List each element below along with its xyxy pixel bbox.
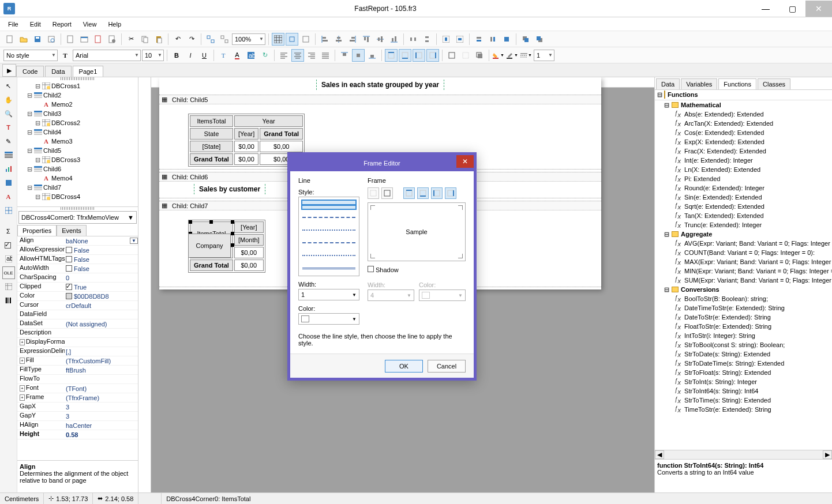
property-row[interactable]: +Fill(TfrxCustomFill) <box>17 356 138 366</box>
property-row[interactable]: FillTypeftBrush <box>17 366 138 375</box>
property-row[interactable]: Description <box>17 329 138 338</box>
paste-button[interactable] <box>152 33 165 46</box>
company-header[interactable]: Company <box>188 234 231 258</box>
ole-tool[interactable]: OLE <box>2 266 15 279</box>
function-category[interactable]: ⊟Aggregate <box>655 230 832 239</box>
frame-shadow-button[interactable] <box>473 49 486 62</box>
property-row[interactable]: GapY3 <box>17 412 138 421</box>
cancel-button[interactable]: Cancel <box>428 360 466 373</box>
style-dot[interactable] <box>301 225 357 235</box>
ungroup-button[interactable] <box>218 33 231 46</box>
frame-right-button[interactable] <box>426 49 439 62</box>
delete-page-button[interactable] <box>92 33 104 46</box>
style-combo[interactable]: No style▼ <box>3 50 58 61</box>
function-item[interactable]: ƒxStrToDateTime(s: String): Extended <box>655 359 832 368</box>
tab-data[interactable]: Data <box>45 66 71 77</box>
property-row[interactable]: HAlignhaCenter <box>17 421 138 430</box>
pointer-tool[interactable]: ↖ <box>2 80 15 92</box>
menu-help[interactable]: Help <box>103 20 126 29</box>
tab-functions[interactable]: Functions <box>718 78 756 89</box>
function-item[interactable]: ƒxAbs(e: Extended): Extended <box>655 110 832 119</box>
same-size-button[interactable] <box>500 33 513 46</box>
maximize-button[interactable]: ▢ <box>779 1 805 17</box>
tab-code[interactable]: Code <box>16 66 44 77</box>
line-color-button[interactable]: ▼ <box>506 49 519 62</box>
tab-variables[interactable]: Variables <box>681 78 717 89</box>
object-combo[interactable]: DBCross4Corner0: TfrxMemoView▼ <box>18 211 137 224</box>
function-item[interactable]: ƒxStrToBool(const S: string): Boolean; <box>655 340 832 349</box>
tree-item[interactable]: ⊟DBCross4 <box>18 192 137 201</box>
function-item[interactable]: ƒxExp(X: Extended): Extended <box>655 137 832 146</box>
title-memo-2[interactable]: Sales by customer <box>194 184 265 194</box>
zoom-tool[interactable]: 🔍 <box>2 107 15 120</box>
bold-button[interactable]: B <box>170 49 183 62</box>
property-row[interactable]: +Frame(TfrxFrame) <box>17 393 138 403</box>
menu-view[interactable]: View <box>78 20 102 29</box>
function-category[interactable]: ⊟Conversions <box>655 285 832 294</box>
property-grid[interactable]: AlignbaNone▼AllowExpressionsFalseAllowHT… <box>17 236 138 460</box>
style-dashdotdot[interactable] <box>301 250 357 261</box>
barcode-tool[interactable] <box>2 294 15 307</box>
function-category[interactable]: ⊟Mathematical <box>655 100 832 110</box>
line-width-combo[interactable]: 1▼ <box>534 50 554 61</box>
page-settings-button[interactable] <box>106 33 118 46</box>
function-item[interactable]: ƒxIntToStr(i: Integer): String <box>655 331 832 340</box>
center-v-button[interactable] <box>454 33 466 46</box>
property-row[interactable]: +Font(TFont) <box>17 384 138 393</box>
space-h-button[interactable] <box>407 33 419 46</box>
text-center-button[interactable] <box>291 49 304 62</box>
function-item[interactable]: ƒxStrToInt(s: String): Integer <box>655 377 832 386</box>
frame-bottom-button[interactable] <box>399 49 411 62</box>
menu-file[interactable]: File <box>3 20 23 29</box>
valign-bottom-button[interactable] <box>366 49 378 62</box>
open-button[interactable] <box>17 33 30 46</box>
property-row[interactable]: ExpressionDelimiters[,] <box>17 347 138 356</box>
same-width-button[interactable] <box>473 33 485 46</box>
property-row[interactable]: CharSpacing0 <box>17 273 138 283</box>
title-memo-1[interactable]: Sales in each state grouped by year <box>316 80 444 90</box>
italic-button[interactable]: I <box>184 49 197 62</box>
bring-front-button[interactable] <box>519 33 532 46</box>
frame-left-button[interactable] <box>413 49 425 62</box>
style-dashdot[interactable] <box>301 238 357 248</box>
align-middle-button[interactable] <box>374 33 387 46</box>
function-item[interactable]: ƒxDateTimeToStr(e: Extended): String <box>655 303 832 313</box>
frame-none-button[interactable] <box>459 49 472 62</box>
redo-button[interactable]: ↷ <box>185 33 198 46</box>
line-color-combo[interactable]: ▼ <box>298 313 359 325</box>
valign-top-button[interactable] <box>338 49 351 62</box>
tree-item[interactable]: ⊟Child3 <box>18 109 137 118</box>
frame-r-btn[interactable] <box>445 187 456 199</box>
text-justify-button[interactable] <box>319 49 332 62</box>
frame-b-btn[interactable] <box>417 187 429 199</box>
text-right-button[interactable] <box>305 49 318 62</box>
hand-tool[interactable]: ✋ <box>2 93 15 106</box>
function-item[interactable]: ƒxFloatToStr(e: Extended): String <box>655 322 832 331</box>
line-style-list[interactable] <box>298 197 359 276</box>
function-item[interactable]: ƒxAVG(Expr: Variant; Band: Variant = 0; … <box>655 239 832 248</box>
function-item[interactable]: ƒxDateToStr(e: Extended): String <box>655 313 832 322</box>
menu-report[interactable]: Report <box>48 20 76 29</box>
ok-button[interactable]: OK <box>385 360 423 373</box>
close-button[interactable]: ✕ <box>805 1 832 17</box>
new-button[interactable] <box>3 33 16 46</box>
function-item[interactable]: ƒxTrunc(e: Extended): Integer <box>655 220 832 230</box>
fit-grid-button[interactable] <box>299 33 312 46</box>
shadow-checkbox[interactable]: Shadow <box>368 266 399 273</box>
underline-button[interactable]: U <box>198 49 211 62</box>
property-row[interactable]: Height0.58 <box>17 430 138 439</box>
text-tool[interactable]: T <box>2 121 15 134</box>
tab-properties[interactable]: Properties <box>17 225 57 236</box>
align-top-button[interactable] <box>360 33 373 46</box>
group-button[interactable] <box>204 33 217 46</box>
tab-classes[interactable]: Classes <box>758 78 790 89</box>
tree-item[interactable]: AMemo2 <box>18 100 137 109</box>
property-row[interactable]: Color$00D8D8D8 <box>17 292 138 301</box>
chart-tool[interactable] <box>2 163 15 175</box>
function-item[interactable]: ƒxBoolToStr(B: Boolean): string; <box>655 294 832 303</box>
format-tool[interactable]: ✎ <box>2 135 15 148</box>
align-center-h-button[interactable] <box>332 33 345 46</box>
richtext-tool[interactable]: ab <box>2 253 15 265</box>
style-double[interactable] <box>301 263 357 273</box>
property-row[interactable]: CursorcrDefault <box>17 301 138 310</box>
